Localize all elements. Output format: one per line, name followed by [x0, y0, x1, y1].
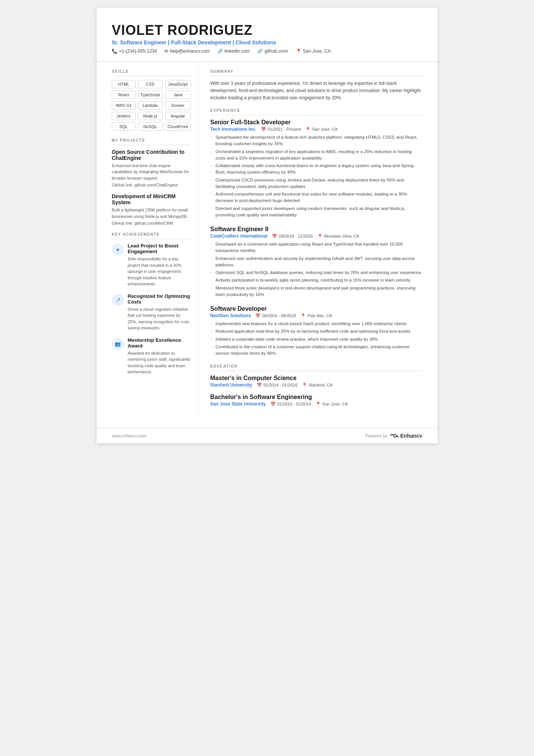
location: 📍 San Jose, CA: [296, 49, 331, 54]
brand-name: Enhancv: [400, 433, 422, 439]
location-icon-edu-1: 📍: [302, 383, 307, 388]
edu-dates-2: 📅 01/2010 - 01/2014: [270, 402, 311, 407]
skill-html: HTML: [112, 80, 136, 88]
experience-label: EXPERIENCE: [210, 108, 422, 115]
achievement-desc-3: Awarded for dedication to mentoring juni…: [128, 350, 191, 375]
project-item-2: Development of MiniCRM System Built a li…: [112, 193, 191, 225]
projects-label: MY PROJECTS: [112, 138, 191, 145]
bullet: Spearheaded the development of a feature…: [210, 134, 422, 147]
skill-typescript: TypeScript: [138, 91, 163, 99]
skill-angular: Angular: [165, 112, 191, 120]
achievements-section: KEY ACHIEVEMENTS ♥ Lead Project to Boost…: [112, 232, 191, 375]
location-icon: 📍: [296, 49, 301, 54]
bullet: Initiated a corporate-wide code review p…: [210, 336, 422, 343]
calendar-icon-edu-2: 📅: [270, 402, 276, 407]
skill-jenkins: Jenkins: [112, 112, 136, 120]
education-section: EDUCATION Master's in Computer Science S…: [210, 364, 422, 407]
job-company-1: Tech Innovations Inc.: [210, 127, 256, 132]
project-link-2: GitHub link: github.com/MiniCRM: [112, 221, 191, 225]
resume-page: VIOLET RODRIGUEZ Sr. Software Engineer |…: [97, 8, 437, 443]
bullet: Authored comprehensive unit and function…: [210, 191, 422, 204]
candidate-name: VIOLET RODRIGUEZ: [112, 23, 422, 38]
summary-section: SUMMARY With over 3 years of professiona…: [210, 69, 422, 102]
github-icon: 🔗: [257, 49, 263, 54]
skills-grid: HTML CSS JavaScript React TypeScript Jav…: [112, 80, 191, 131]
job-company-3: NextGen Solutions: [210, 313, 251, 318]
skill-react: React: [112, 91, 136, 99]
skill-cloudfront: CloudFront: [165, 122, 191, 131]
achievement-desc-1: Sole responsibility for a key project th…: [128, 256, 191, 287]
job-bullets-2: Developed an e-commerce web application …: [210, 241, 422, 298]
location-icon-edu-2: 📍: [315, 402, 321, 407]
edu-school-1: Stanford University: [210, 382, 252, 388]
edu-school-2: San Jose State University: [210, 401, 266, 407]
job-meta-3: NextGen Solutions 📅 06/2016 - 08/2018 📍 …: [210, 313, 422, 318]
enhancv-logo-icon: [390, 433, 399, 438]
job-item-1: Senior Full-Stack Developer Tech Innovat…: [210, 119, 422, 218]
footer-website: www.enhancv.com: [112, 434, 146, 438]
achievement-item-2: ↗ Recognized for Optimizing Costs Drove …: [112, 293, 191, 331]
achievement-title-2: Recognized for Optimizing Costs: [128, 293, 191, 305]
project-title-1: Open Source Contribution to ChatEngine: [112, 149, 191, 161]
calendar-icon-2: 📅: [272, 234, 277, 239]
achievement-item-1: ♥ Lead Project to Boost Engagement Sole …: [112, 243, 191, 287]
achievement-icon-3: 👥: [112, 338, 124, 350]
achievement-icon-2: ↗: [112, 294, 124, 306]
skill-java: Java: [165, 91, 191, 99]
summary-text: With over 3 years of professional experi…: [210, 80, 422, 102]
achievement-title-1: Lead Project to Boost Engagement: [128, 243, 191, 254]
achievements-label: KEY ACHIEVEMENTS: [112, 232, 191, 239]
skill-docker: Docker: [165, 101, 191, 110]
phone: 📞 +1-(234)-555-1234: [112, 49, 157, 54]
project-desc-2: Built a lightweight CRM platform for sma…: [112, 207, 191, 219]
bullet: Reduced application load time by 25% by …: [210, 328, 422, 335]
achievement-title-3: Mentorship Excellence Award: [128, 337, 191, 349]
edu-degree-1: Master's in Computer Science: [210, 375, 422, 382]
project-title-2: Development of MiniCRM System: [112, 193, 191, 205]
edu-meta-1: Stanford University 📅 01/2014 - 01/2016 …: [210, 382, 422, 388]
location-icon-1: 📍: [305, 127, 311, 132]
github: 🔗 github.com/: [257, 49, 288, 54]
header: VIOLET RODRIGUEZ Sr. Software Engineer |…: [97, 23, 437, 61]
job-bullets-3: Implemented new features for a cloud-bas…: [210, 321, 422, 357]
footer: www.enhancv.com Powered by Enhancv: [97, 428, 437, 443]
bullet: Directed and supported junior developers…: [210, 205, 422, 219]
job-location-3: 📍 Palo Alto, CA: [301, 313, 332, 318]
job-location-1: 📍 San Jose, CA: [305, 127, 337, 132]
edu-degree-2: Bachelor's in Software Engineering: [210, 394, 422, 401]
skill-sql: SQL: [112, 122, 136, 131]
linkedin-icon: 🔗: [217, 49, 223, 54]
achievement-desc-2: Drove a cloud migration initiative that …: [128, 306, 191, 331]
project-item-1: Open Source Contribution to ChatEngine E…: [112, 149, 191, 188]
calendar-icon: 📅: [261, 127, 266, 132]
location-icon-2: 📍: [317, 234, 323, 239]
job-title-1: Senior Full-Stack Developer: [210, 119, 422, 126]
job-dates-2: 📅 09/2018 - 12/2020: [272, 234, 312, 239]
right-column: SUMMARY With over 3 years of professiona…: [199, 62, 437, 421]
job-dates-1: 📅 01/2021 - Present: [261, 127, 301, 132]
calendar-icon-3: 📅: [255, 313, 261, 318]
bullet: Contributed to the creation of a custome…: [210, 344, 422, 357]
skill-nosql: NoSQL: [138, 122, 163, 131]
job-meta-2: CodeCrafters International 📅 09/2018 - 1…: [210, 233, 422, 239]
job-item-3: Software Developer NextGen Solutions 📅 0…: [210, 305, 422, 357]
bullet: Orchestrated a seamless migration of key…: [210, 149, 422, 162]
email: ✉ help@enhancv.com: [164, 49, 209, 54]
skill-lambda: Lambda: [138, 101, 163, 110]
achievement-icon-1: ♥: [112, 244, 124, 256]
bullet: Implemented new features for a cloud-bas…: [210, 321, 422, 327]
edu-location-1: 📍 Stanford, CA: [302, 383, 333, 388]
job-company-2: CodeCrafters International: [210, 233, 267, 239]
bullet: Optimized SQL and NoSQL database queries…: [210, 269, 422, 276]
enhancv-logo: Enhancv: [390, 433, 422, 439]
bullet: Developed an e-commerce web application …: [210, 241, 422, 254]
edu-location-2: 📍 San Jose, CA: [315, 402, 348, 407]
job-meta-1: Tech Innovations Inc. 📅 01/2021 - Presen…: [210, 127, 422, 132]
skills-section: SKILLS HTML CSS JavaScript React TypeScr…: [112, 69, 191, 131]
skill-javascript: JavaScript: [165, 80, 191, 88]
body: SKILLS HTML CSS JavaScript React TypeScr…: [97, 62, 437, 421]
bullet: Collaborated closely with cross-function…: [210, 163, 422, 176]
job-title-3: Software Developer: [210, 305, 422, 312]
left-column: SKILLS HTML CSS JavaScript React TypeScr…: [97, 62, 199, 421]
phone-icon: 📞: [112, 49, 117, 54]
